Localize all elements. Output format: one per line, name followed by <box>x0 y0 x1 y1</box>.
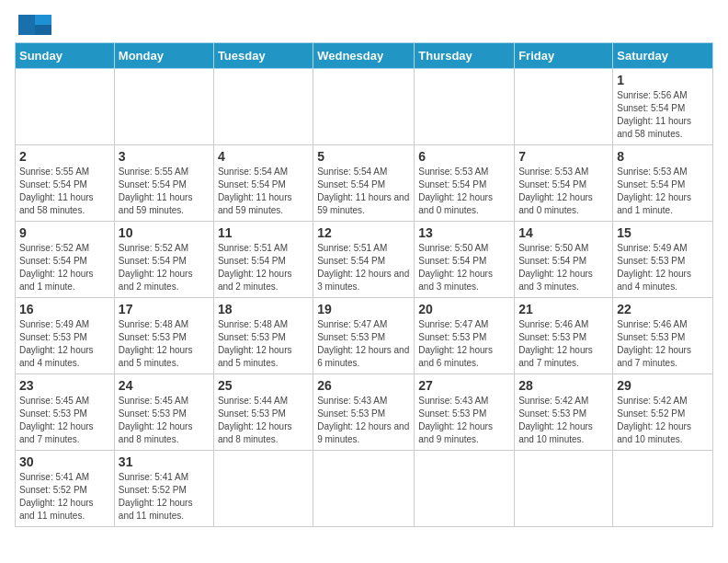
day-number: 23 <box>19 378 110 393</box>
calendar-table: SundayMondayTuesdayWednesdayThursdayFrid… <box>15 42 713 527</box>
day-number: 11 <box>218 225 309 240</box>
calendar-cell <box>313 451 415 527</box>
calendar-cell: 28Sunrise: 5:42 AM Sunset: 5:53 PM Dayli… <box>515 374 613 451</box>
calendar-cell: 30Sunrise: 5:41 AM Sunset: 5:52 PM Dayli… <box>16 451 115 527</box>
day-info: Sunrise: 5:48 AM Sunset: 5:53 PM Dayligh… <box>218 318 309 370</box>
day-number: 19 <box>317 302 410 316</box>
calendar-cell: 1Sunrise: 5:56 AM Sunset: 5:54 PM Daylig… <box>613 69 713 145</box>
day-info: Sunrise: 5:47 AM Sunset: 5:53 PM Dayligh… <box>317 318 410 370</box>
calendar-cell: 22Sunrise: 5:46 AM Sunset: 5:53 PM Dayli… <box>613 298 713 374</box>
day-number: 6 <box>418 149 510 164</box>
day-info: Sunrise: 5:54 AM Sunset: 5:54 PM Dayligh… <box>317 166 410 217</box>
day-info: Sunrise: 5:42 AM Sunset: 5:52 PM Dayligh… <box>617 395 709 446</box>
day-info: Sunrise: 5:52 AM Sunset: 5:54 PM Dayligh… <box>19 242 110 293</box>
day-info: Sunrise: 5:43 AM Sunset: 5:53 PM Dayligh… <box>317 395 410 446</box>
day-number: 20 <box>418 302 510 316</box>
calendar-cell: 8Sunrise: 5:53 AM Sunset: 5:54 PM Daylig… <box>613 145 713 222</box>
day-info: Sunrise: 5:45 AM Sunset: 5:53 PM Dayligh… <box>119 395 210 446</box>
calendar-cell: 9Sunrise: 5:52 AM Sunset: 5:54 PM Daylig… <box>16 222 115 298</box>
day-number: 24 <box>119 378 210 393</box>
day-number: 10 <box>119 225 210 240</box>
day-info: Sunrise: 5:55 AM Sunset: 5:54 PM Dayligh… <box>19 166 110 217</box>
day-number: 29 <box>617 378 709 393</box>
calendar-cell <box>213 451 313 527</box>
day-number: 28 <box>518 378 609 393</box>
day-number: 15 <box>617 225 709 240</box>
calendar-cell <box>213 69 313 145</box>
svg-marker-5 <box>35 25 51 35</box>
calendar-cell: 4Sunrise: 5:54 AM Sunset: 5:54 PM Daylig… <box>213 145 313 222</box>
day-info: Sunrise: 5:45 AM Sunset: 5:53 PM Dayligh… <box>19 395 110 446</box>
day-header-tuesday: Tuesday <box>213 43 313 69</box>
day-header-monday: Monday <box>114 43 213 69</box>
day-info: Sunrise: 5:48 AM Sunset: 5:53 PM Dayligh… <box>119 318 210 370</box>
day-number: 1 <box>617 73 709 87</box>
calendar-cell: 24Sunrise: 5:45 AM Sunset: 5:53 PM Dayli… <box>114 374 213 451</box>
day-info: Sunrise: 5:49 AM Sunset: 5:53 PM Dayligh… <box>19 318 110 370</box>
calendar-cell: 7Sunrise: 5:53 AM Sunset: 5:54 PM Daylig… <box>515 145 613 222</box>
day-number: 16 <box>19 302 110 316</box>
day-info: Sunrise: 5:54 AM Sunset: 5:54 PM Dayligh… <box>218 166 309 217</box>
day-info: Sunrise: 5:52 AM Sunset: 5:54 PM Dayligh… <box>119 242 210 293</box>
day-number: 30 <box>19 454 110 469</box>
day-info: Sunrise: 5:53 AM Sunset: 5:54 PM Dayligh… <box>418 166 510 217</box>
day-info: Sunrise: 5:55 AM Sunset: 5:54 PM Dayligh… <box>119 166 210 217</box>
calendar-cell <box>515 69 613 145</box>
day-number: 12 <box>317 225 410 240</box>
day-info: Sunrise: 5:46 AM Sunset: 5:53 PM Dayligh… <box>617 318 709 370</box>
calendar-cell: 3Sunrise: 5:55 AM Sunset: 5:54 PM Daylig… <box>114 145 213 222</box>
day-header-wednesday: Wednesday <box>313 43 415 69</box>
calendar-cell: 20Sunrise: 5:47 AM Sunset: 5:53 PM Dayli… <box>415 298 515 374</box>
calendar-cell: 18Sunrise: 5:48 AM Sunset: 5:53 PM Dayli… <box>213 298 313 374</box>
day-number: 8 <box>617 149 709 164</box>
day-number: 3 <box>119 149 210 164</box>
calendar-cell: 29Sunrise: 5:42 AM Sunset: 5:52 PM Dayli… <box>613 374 713 451</box>
day-number: 26 <box>317 378 410 393</box>
day-info: Sunrise: 5:44 AM Sunset: 5:53 PM Dayligh… <box>218 395 309 446</box>
day-info: Sunrise: 5:43 AM Sunset: 5:53 PM Dayligh… <box>418 395 510 446</box>
calendar-cell: 21Sunrise: 5:46 AM Sunset: 5:53 PM Dayli… <box>515 298 613 374</box>
day-info: Sunrise: 5:49 AM Sunset: 5:53 PM Dayligh… <box>617 242 709 293</box>
calendar-cell: 19Sunrise: 5:47 AM Sunset: 5:53 PM Dayli… <box>313 298 415 374</box>
calendar-cell <box>415 69 515 145</box>
day-header-thursday: Thursday <box>415 43 515 69</box>
calendar-cell: 10Sunrise: 5:52 AM Sunset: 5:54 PM Dayli… <box>114 222 213 298</box>
day-info: Sunrise: 5:41 AM Sunset: 5:52 PM Dayligh… <box>119 471 210 523</box>
calendar-cell: 26Sunrise: 5:43 AM Sunset: 5:53 PM Dayli… <box>313 374 415 451</box>
calendar-cell: 13Sunrise: 5:50 AM Sunset: 5:54 PM Dayli… <box>415 222 515 298</box>
day-number: 27 <box>418 378 510 393</box>
day-number: 14 <box>518 225 609 240</box>
day-number: 9 <box>19 225 110 240</box>
calendar-cell: 25Sunrise: 5:44 AM Sunset: 5:53 PM Dayli… <box>213 374 313 451</box>
calendar-cell <box>313 69 415 145</box>
day-info: Sunrise: 5:41 AM Sunset: 5:52 PM Dayligh… <box>19 471 110 523</box>
day-number: 2 <box>19 149 110 164</box>
calendar-cell <box>16 69 115 145</box>
day-info: Sunrise: 5:46 AM Sunset: 5:53 PM Dayligh… <box>518 318 609 370</box>
calendar-cell <box>515 451 613 527</box>
day-info: Sunrise: 5:53 AM Sunset: 5:54 PM Dayligh… <box>617 166 709 217</box>
day-info: Sunrise: 5:50 AM Sunset: 5:54 PM Dayligh… <box>518 242 609 293</box>
calendar-cell: 5Sunrise: 5:54 AM Sunset: 5:54 PM Daylig… <box>313 145 415 222</box>
day-number: 22 <box>617 302 709 316</box>
calendar-cell <box>613 451 713 527</box>
calendar-cell <box>415 451 515 527</box>
calendar-cell: 16Sunrise: 5:49 AM Sunset: 5:53 PM Dayli… <box>16 298 115 374</box>
day-header-sunday: Sunday <box>16 43 115 69</box>
logo-icon <box>18 15 51 35</box>
day-number: 13 <box>418 225 510 240</box>
day-number: 31 <box>119 454 210 469</box>
day-number: 18 <box>218 302 309 316</box>
calendar-cell: 23Sunrise: 5:45 AM Sunset: 5:53 PM Dayli… <box>16 374 115 451</box>
calendar-cell <box>114 69 213 145</box>
day-number: 4 <box>218 149 309 164</box>
calendar-cell: 27Sunrise: 5:43 AM Sunset: 5:53 PM Dayli… <box>415 374 515 451</box>
calendar-cell: 12Sunrise: 5:51 AM Sunset: 5:54 PM Dayli… <box>313 222 415 298</box>
day-info: Sunrise: 5:51 AM Sunset: 5:54 PM Dayligh… <box>218 242 309 293</box>
calendar-cell: 31Sunrise: 5:41 AM Sunset: 5:52 PM Dayli… <box>114 451 213 527</box>
day-number: 25 <box>218 378 309 393</box>
day-header-saturday: Saturday <box>613 43 713 69</box>
day-info: Sunrise: 5:50 AM Sunset: 5:54 PM Dayligh… <box>418 242 510 293</box>
day-number: 5 <box>317 149 410 164</box>
svg-marker-4 <box>35 15 51 25</box>
